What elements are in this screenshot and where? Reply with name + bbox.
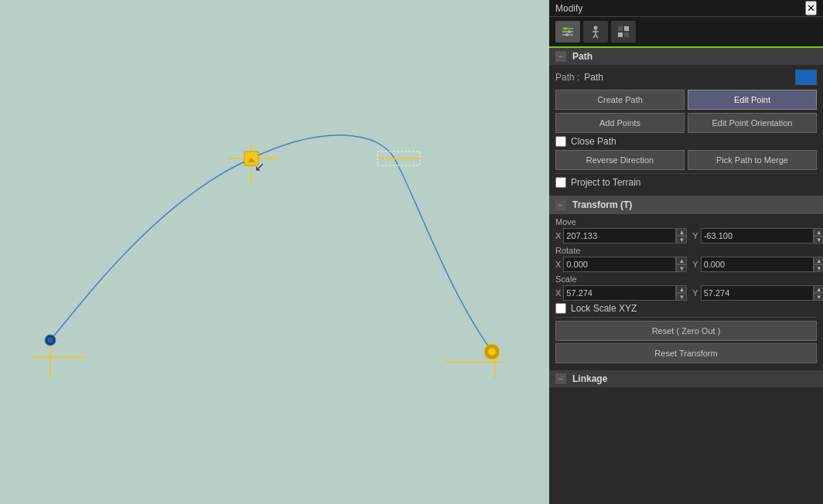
- rotate-x-down[interactable]: ▼: [676, 264, 687, 272]
- path-color-swatch[interactable]: [795, 70, 817, 85]
- svg-rect-28: [618, 32, 623, 37]
- rotate-x-spinner: ▲ ▼: [676, 257, 687, 272]
- svg-point-18: [568, 30, 571, 33]
- scale-y-axis-label: Y: [692, 288, 698, 298]
- lock-scale-checkbox[interactable]: [555, 303, 566, 314]
- btn-row-add-edit-orient: Add Points Edit Point Orientation: [555, 113, 817, 133]
- tab-bar: [549, 17, 823, 48]
- canvas-area[interactable]: ↙: [0, 0, 549, 504]
- move-y-input[interactable]: [701, 228, 814, 243]
- rotate-y-wrap: ▲ ▼: [701, 257, 823, 272]
- divider-2: [555, 317, 817, 318]
- rotate-y-axis-label: Y: [692, 260, 698, 269]
- move-x-down[interactable]: ▼: [676, 236, 687, 243]
- right-panel: Modify ✕: [549, 0, 823, 504]
- move-y-wrap: ▲ ▼: [701, 228, 823, 243]
- scale-x-spinner: ▲ ▼: [676, 285, 687, 301]
- linkage-section-header[interactable]: − Linkage: [549, 370, 823, 387]
- rotate-y-spinner: ▲ ▼: [814, 257, 823, 272]
- create-path-button[interactable]: Create Path: [555, 90, 685, 110]
- path-section-title: Path: [572, 51, 592, 62]
- move-x-input[interactable]: [563, 228, 676, 243]
- path-value: Path: [584, 72, 791, 83]
- svg-line-25: [596, 35, 598, 38]
- rotate-label: Rotate: [555, 246, 817, 255]
- transform-section-header[interactable]: − Transform (T): [549, 196, 823, 214]
- svg-point-20: [565, 33, 569, 36]
- tab-sliders[interactable]: [555, 21, 580, 43]
- rotate-y-up[interactable]: ▲: [814, 257, 823, 264]
- move-y-up[interactable]: ▲: [814, 228, 823, 236]
- lock-scale-label: Lock Scale XYZ: [571, 303, 637, 314]
- rotate-y-down[interactable]: ▼: [814, 264, 823, 272]
- transform-section-content: Move X ▲ ▼ Y ▲ ▼ Z ▲: [549, 214, 823, 369]
- scale-y-wrap: ▲ ▼: [701, 285, 823, 301]
- path-section-header[interactable]: − Path: [549, 48, 823, 65]
- close-button[interactable]: ✕: [805, 1, 817, 15]
- cursor-arrow: ↙: [254, 161, 265, 173]
- reverse-direction-button[interactable]: Reverse Direction: [555, 150, 685, 170]
- add-points-button[interactable]: Add Points: [555, 113, 685, 133]
- move-y-axis-label: Y: [692, 231, 698, 240]
- svg-marker-11: [248, 158, 255, 162]
- title-bar: Modify ✕: [549, 0, 823, 17]
- rotate-row: X ▲ ▼ Y ▲ ▼ Z ▲ ▼: [555, 257, 817, 272]
- linkage-collapse-btn[interactable]: −: [555, 373, 566, 384]
- transform-section-title: Transform (T): [572, 199, 632, 210]
- close-path-row: Close Path: [555, 136, 817, 147]
- scale-x-input[interactable]: [563, 285, 676, 301]
- scale-x-up[interactable]: ▲: [676, 285, 687, 293]
- move-y-down[interactable]: ▼: [814, 236, 823, 243]
- divider-1: [555, 173, 817, 174]
- move-x-spinner: ▲ ▼: [676, 228, 687, 243]
- svg-rect-27: [624, 26, 629, 31]
- rotate-x-axis-label: X: [555, 260, 561, 269]
- rotate-x-input[interactable]: [563, 257, 676, 272]
- scale-x-wrap: ▲ ▼: [563, 285, 687, 301]
- move-label: Move: [555, 217, 817, 226]
- reset-transform-button[interactable]: Reset Transform: [555, 343, 817, 363]
- edit-point-orientation-button[interactable]: Edit Point Orientation: [688, 113, 817, 133]
- scale-y-down[interactable]: ▼: [814, 293, 823, 301]
- svg-point-13: [488, 348, 496, 356]
- pick-path-to-merge-button[interactable]: Pick Path to Merge: [688, 150, 817, 170]
- scale-y-input[interactable]: [701, 285, 814, 301]
- svg-point-21: [594, 26, 598, 30]
- linkage-section-title: Linkage: [572, 373, 607, 384]
- rotate-y-input[interactable]: [701, 257, 814, 272]
- svg-rect-10: [244, 152, 258, 165]
- path-collapse-btn[interactable]: −: [555, 51, 566, 62]
- scale-y-spinner: ▲ ▼: [814, 285, 823, 301]
- svg-point-12: [484, 344, 500, 359]
- close-path-checkbox[interactable]: [555, 136, 566, 147]
- window-title: Modify: [555, 3, 582, 14]
- tab-checker[interactable]: [611, 21, 636, 43]
- btn-row-reverse-pick: Reverse Direction Pick Path to Merge: [555, 150, 817, 170]
- move-x-up[interactable]: ▲: [676, 228, 687, 236]
- scale-label: Scale: [555, 274, 817, 284]
- move-x-axis-label: X: [555, 231, 561, 240]
- edit-point-button[interactable]: Edit Point: [688, 90, 817, 110]
- close-path-label: Close Path: [571, 136, 616, 147]
- path-name-row: Path : Path: [555, 70, 817, 85]
- svg-point-8: [45, 335, 56, 346]
- scale-row: X ▲ ▼ Y ▲ ▼ Z ▲ ▼: [555, 285, 817, 301]
- svg-rect-29: [624, 32, 629, 37]
- canvas-svg: [0, 0, 549, 504]
- path-section-content: Path : Path Create Path Edit Point Add P…: [549, 65, 823, 196]
- transform-collapse-btn[interactable]: −: [555, 199, 566, 210]
- project-to-terrain-checkbox[interactable]: [555, 177, 566, 188]
- project-to-terrain-label: Project to Terrain: [571, 177, 641, 188]
- rotate-x-up[interactable]: ▲: [676, 257, 687, 264]
- tab-figure[interactable]: [583, 21, 608, 43]
- move-y-spinner: ▲ ▼: [814, 228, 823, 243]
- move-x-row: X ▲ ▼ Y ▲ ▼ Z ▲ ▼: [555, 228, 817, 243]
- scale-x-axis-label: X: [555, 288, 561, 298]
- svg-point-16: [564, 27, 567, 30]
- btn-row-create-edit: Create Path Edit Point: [555, 90, 817, 110]
- svg-point-9: [47, 337, 53, 343]
- reset-zero-out-button[interactable]: Reset ( Zero Out ): [555, 321, 817, 341]
- scale-y-up[interactable]: ▲: [814, 285, 823, 293]
- scale-x-down[interactable]: ▼: [676, 293, 687, 301]
- rotate-x-wrap: ▲ ▼: [563, 257, 687, 272]
